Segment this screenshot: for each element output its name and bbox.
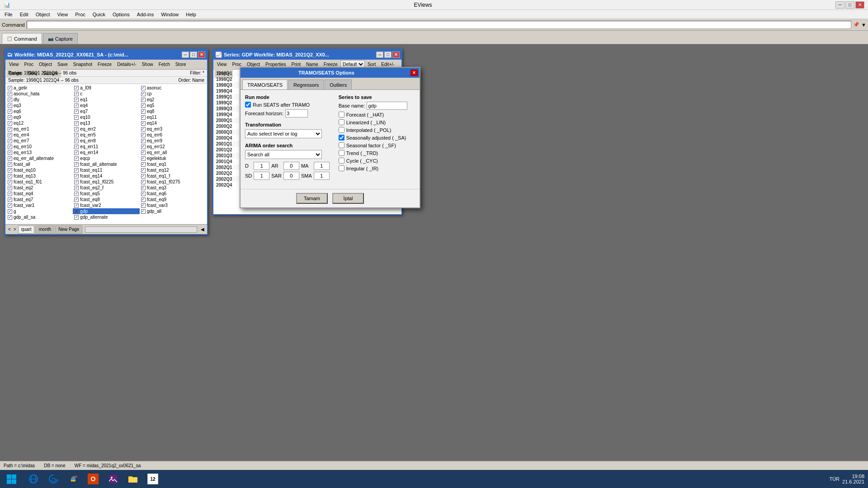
checkbox-input-0[interactable] <box>339 112 344 117</box>
menu-edit[interactable]: Edit <box>17 11 31 18</box>
variable-item-g[interactable]: g <box>6 208 73 214</box>
taskbar-edge[interactable] <box>44 472 62 486</box>
wf-store-btn[interactable]: Store <box>173 60 189 69</box>
variable-item-eq_err_all_alternate[interactable]: eq_err_all_alternate <box>6 155 73 161</box>
variable-item-eq10[interactable]: eq10 <box>73 114 139 120</box>
variable-item-eq11[interactable]: eq11 <box>140 114 206 120</box>
variable-item-eq4[interactable]: eq4 <box>73 103 139 108</box>
series-close-btn[interactable]: ✕ <box>392 52 400 58</box>
variable-item-eq_err14[interactable]: eq_err14 <box>73 150 139 155</box>
series-maximize-btn[interactable]: □ <box>384 52 392 58</box>
variable-item-eq2[interactable]: eq2 <box>140 97 206 103</box>
variable-item-fcast_eq4[interactable]: fcast_eq4 <box>6 191 73 197</box>
variable-item-fcast_eq9[interactable]: fcast_eq9 <box>140 197 206 202</box>
variable-item-gdp_all[interactable]: gdp_all <box>140 208 206 214</box>
variable-item-fcast_eq11[interactable]: fcast_eq11 <box>73 167 139 173</box>
variable-item-fcast_all_alternate[interactable]: fcast_all_alternate <box>73 161 139 167</box>
variable-item-fcast_eq2_f[interactable]: fcast_eq2_f <box>73 185 139 191</box>
variable-item-eqcp[interactable]: eqcp <box>73 155 139 161</box>
variable-item-eq_err_all[interactable]: eq_err_all <box>140 150 206 155</box>
pin-icon[interactable]: 📌 <box>853 22 859 28</box>
wf-show-btn[interactable]: Show <box>139 60 156 69</box>
variable-item-eq_err2[interactable]: eq_err2 <box>73 126 139 132</box>
taskbar-chrome[interactable] <box>64 472 82 486</box>
checkbox-label-1[interactable]: Linearized ( _LIN) <box>339 119 386 125</box>
minimize-command-icon[interactable]: ▼ <box>861 22 866 28</box>
variable-item-a_l09[interactable]: a_l09 <box>73 85 139 91</box>
wf-snapshot-btn[interactable]: Snapshot <box>71 60 95 69</box>
variable-item-eq_err12[interactable]: eq_err12 <box>140 144 206 150</box>
variable-item-eq7[interactable]: eq7 <box>73 108 139 114</box>
variable-item-gdp_alternate[interactable]: gdp_alternate <box>73 214 139 220</box>
menu-view[interactable]: View <box>55 11 71 18</box>
sd-input[interactable] <box>254 172 269 180</box>
variable-item-fcast_eq6[interactable]: fcast_eq6 <box>140 191 206 197</box>
workfile-minimize-btn[interactable]: ─ <box>182 52 189 58</box>
horizontal-scrollbar[interactable] <box>85 226 197 233</box>
dialog-tab-outliers[interactable]: Outliers <box>325 80 352 89</box>
ar-input[interactable] <box>283 162 299 170</box>
variable-item-eq_err13[interactable]: eq_err13 <box>6 150 73 155</box>
workfile-maximize-btn[interactable]: □ <box>190 52 197 58</box>
wf-save-btn[interactable]: Save <box>55 60 71 69</box>
variable-item-fcast_var1[interactable]: fcast_var1 <box>6 202 73 208</box>
variable-item-eq14[interactable]: eq14 <box>140 120 206 126</box>
page-nav-prev[interactable]: < <box>7 227 12 232</box>
variable-item-eq_err7[interactable]: eq_err7 <box>6 138 73 144</box>
variable-item-fcast_eq5[interactable]: fcast_eq5 <box>73 191 139 197</box>
checkbox-label-3[interactable]: Seasonally adjusted ( _SA) <box>339 135 406 141</box>
variable-item-eq_err8[interactable]: eq_err8 <box>73 138 139 144</box>
checkbox-input-1[interactable] <box>339 119 344 125</box>
variable-item-a_gelir[interactable]: a_gelir <box>6 85 73 91</box>
variable-item-asonuc[interactable]: asonuc <box>140 85 206 91</box>
command-input[interactable] <box>27 21 851 29</box>
checkbox-label-6[interactable]: Cycle ( _CYC) <box>339 158 378 164</box>
variable-item-eq5[interactable]: eq5 <box>140 103 206 108</box>
variable-item-eq12[interactable]: eq12 <box>6 120 73 126</box>
run-seats-label[interactable]: Run SEATS after TRAMO <box>245 102 310 108</box>
wf-object-btn[interactable]: Object <box>36 60 55 69</box>
run-seats-checkbox[interactable] <box>245 102 251 108</box>
arima-search-select[interactable]: Search all <box>245 150 322 159</box>
variable-item-eq9[interactable]: eq9 <box>6 114 73 120</box>
menu-file[interactable]: File <box>2 11 15 18</box>
variable-item-fcast_all[interactable]: fcast_all <box>6 161 73 167</box>
checkbox-label-2[interactable]: Interpolated ( _POL) <box>339 127 392 133</box>
wf-freeze-btn[interactable]: Freeze <box>95 60 114 69</box>
checkbox-label-7[interactable]: Irregular ( _IR) <box>339 165 379 171</box>
menu-help[interactable]: Help <box>183 11 199 18</box>
variable-item-fcast_eq10[interactable]: fcast_eq10 <box>6 167 73 173</box>
variable-item-dly[interactable]: dly <box>6 97 73 103</box>
variable-item-egelektuk[interactable]: egelektuk <box>140 155 206 161</box>
variable-item-fcast_eq1_f0225[interactable]: fcast_eq1_f0225 <box>73 179 139 185</box>
sar-input[interactable] <box>283 172 299 180</box>
checkbox-label-5[interactable]: Trend ( _TRD) <box>339 150 378 156</box>
variable-item-fcast_eq3[interactable]: fcast_eq3 <box>140 185 206 191</box>
checkbox-input-4[interactable] <box>339 142 344 148</box>
close-button[interactable]: ✕ <box>855 1 864 9</box>
variable-item-eq_err6[interactable]: eq_err6 <box>140 132 206 138</box>
menu-object[interactable]: Object <box>33 11 53 18</box>
checkbox-label-4[interactable]: Seasonal factor ( _SF) <box>339 142 396 148</box>
variable-item-eq_err5[interactable]: eq_err5 <box>73 132 139 138</box>
menu-addins[interactable]: Add-ins <box>134 11 156 18</box>
taskbar-ie[interactable] <box>24 472 42 486</box>
menu-options[interactable]: Options <box>110 11 132 18</box>
transformation-select[interactable]: Auto select level or log <box>245 129 322 138</box>
variable-item-eq_err1[interactable]: eq_err1 <box>6 126 73 132</box>
wf-fetch-btn[interactable]: Fetch <box>156 60 173 69</box>
variable-item-cp[interactable]: cp <box>140 91 206 97</box>
wf-proc-btn[interactable]: Proc <box>22 60 37 69</box>
taskbar-photos[interactable] <box>104 472 122 486</box>
variable-item-fcast_var3[interactable]: fcast_var3 <box>140 202 206 208</box>
variable-item-fcast_eq13[interactable]: fcast_eq13 <box>6 173 73 179</box>
menu-window[interactable]: Window <box>158 11 181 18</box>
variable-item-asonuc_hata[interactable]: asonuc_hata <box>6 91 73 97</box>
checkbox-label-0[interactable]: Forecast ( _HAT) <box>339 112 384 117</box>
wf-details-btn[interactable]: Details+/- <box>114 60 139 69</box>
minimize-button[interactable]: ─ <box>835 1 844 9</box>
series-view-btn[interactable]: View <box>214 60 230 69</box>
cancel-button[interactable]: İptal <box>332 193 364 204</box>
variable-item-fcast_eq2[interactable]: fcast_eq2 <box>6 185 73 191</box>
variable-item-eq_err3[interactable]: eq_err3 <box>140 126 206 132</box>
